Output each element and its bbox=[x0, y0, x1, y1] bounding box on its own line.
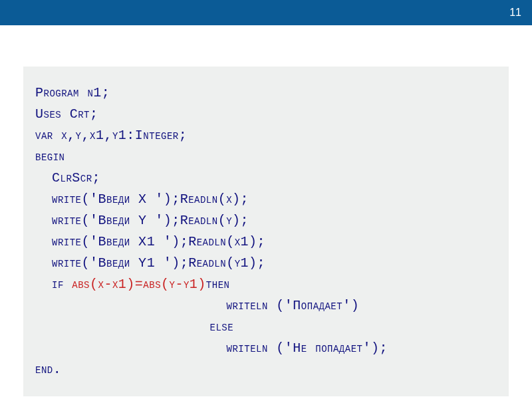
code-line: ClrScr; bbox=[35, 168, 497, 189]
code-line: Uses Crt; bbox=[35, 104, 497, 125]
slide-header: 11 bbox=[0, 0, 532, 25]
code-line: end. bbox=[35, 359, 497, 380]
code-line: writeln ('Не попадает'); bbox=[35, 338, 497, 359]
code-block: Program n1; Uses Crt; var x,y,x1,y1:Inte… bbox=[23, 66, 509, 396]
slide-number: 11 bbox=[509, 7, 521, 19]
code-line: write('Введи X ');Readln(x); bbox=[35, 189, 497, 210]
code-line: if abs(x-x1)=abs(y-y1)then bbox=[35, 274, 497, 295]
code-line: write('Введи X1 ');Readln(x1); bbox=[35, 231, 497, 253]
header-strip bbox=[0, 25, 532, 40]
code-line: writeln ('Попадает') bbox=[35, 295, 497, 317]
code-line: write('Введи Y1 ');Readln(y1); bbox=[35, 253, 497, 274]
content-area: Program n1; Uses Crt; var x,y,x1,y1:Inte… bbox=[0, 40, 532, 399]
code-line: else bbox=[35, 317, 497, 338]
code-text: if bbox=[35, 277, 72, 292]
code-line: begin bbox=[35, 146, 497, 168]
code-highlight: abs(x-x1)=abs(y-y1) bbox=[72, 277, 206, 292]
code-text: then bbox=[206, 277, 230, 292]
code-line: Program n1; bbox=[35, 82, 497, 104]
code-line: var x,y,x1,y1:Integer; bbox=[35, 125, 497, 146]
code-line: write('Введи Y ');Readln(y); bbox=[35, 210, 497, 231]
